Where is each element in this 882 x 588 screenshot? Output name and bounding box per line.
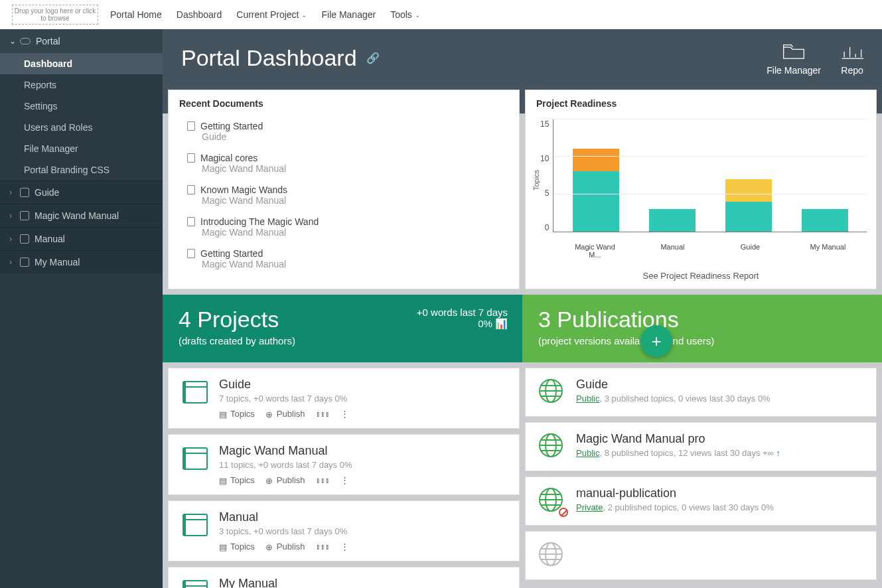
project-item[interactable]: Guide7 topics, +0 words last 7 days 0%▤T… — [168, 368, 520, 429]
publication-sub: Public, 3 published topics, 0 views last… — [576, 394, 864, 404]
publication-sub: Private, 2 published topics, 0 views las… — [576, 502, 864, 512]
project-icon — [181, 577, 210, 588]
project-item[interactable]: Manual3 topics, +0 words last 7 days 0%▤… — [168, 500, 520, 561]
recent-doc[interactable]: Getting StartedMagic Wand Manual — [169, 244, 519, 276]
publish-button[interactable]: ⊕Publish — [265, 542, 305, 551]
link-icon[interactable]: 🔗 — [366, 52, 380, 64]
list-icon: ▤ — [219, 409, 228, 418]
project-item[interactable]: Magic Wand Manual11 topics, +0 words las… — [168, 434, 520, 495]
trend-up-icon: ↑ — [776, 448, 781, 458]
globe-icon — [538, 378, 567, 407]
sidebar-item-dashboard[interactable]: Dashboard — [0, 53, 163, 74]
recent-doc[interactable]: Magical coresMagic Wand Manual — [169, 149, 519, 181]
svg-rect-0 — [183, 382, 207, 403]
projects-sub: (drafts created by authors) — [179, 335, 506, 346]
project-item[interactable]: My Manual — [168, 567, 520, 588]
more-button[interactable]: ⋮ — [340, 542, 349, 551]
bar-chart-icon[interactable]: 📊 — [495, 318, 508, 329]
chevron-right-icon: › — [9, 257, 15, 267]
topnav-dashboard[interactable]: Dashboard — [177, 9, 222, 20]
stats-button[interactable]: ⫾⫾⫾ — [316, 409, 330, 419]
readiness-chart — [553, 119, 867, 232]
topics-button[interactable]: ▤Topics — [219, 409, 255, 419]
bar — [802, 209, 848, 232]
visibility-link[interactable]: Private — [576, 502, 603, 512]
publication-title: Guide — [576, 378, 864, 392]
bar — [573, 149, 619, 232]
sidebar-project-my-manual[interactable]: ›My Manual — [0, 250, 163, 273]
projects-column: Guide7 topics, +0 words last 7 days 0%▤T… — [168, 368, 520, 588]
project-title: My Manual — [219, 577, 507, 588]
recent-doc-title: Introducing The Magic Wand — [200, 216, 319, 227]
sidebar-item-portal-branding-css[interactable]: Portal Branding CSS — [0, 159, 163, 181]
sidebar-item-users-and-roles[interactable]: Users and Roles — [0, 117, 163, 138]
sidebar-group-portal[interactable]: ⌄ Portal — [0, 29, 163, 53]
visibility-link[interactable]: Public — [576, 448, 599, 458]
publication-item[interactable]: manual-publicationPrivate, 2 published t… — [525, 477, 877, 526]
list-icon: ▤ — [219, 542, 228, 551]
xlabel: Guide — [724, 243, 777, 259]
bar-chart-icon: ⫾⫾⫾ — [316, 542, 330, 551]
more-button[interactable]: ⋮ — [340, 409, 349, 419]
svg-rect-5 — [183, 448, 186, 469]
page-title-text: Portal Dashboard — [181, 45, 357, 71]
recent-doc[interactable]: Known Magic WandsMagic Wand Manual — [169, 181, 519, 212]
globe-icon — [538, 486, 567, 516]
projects-summary: 4 Projects (drafts created by authors) +… — [163, 295, 522, 362]
more-button[interactable]: ⋮ — [340, 475, 349, 485]
visibility-link[interactable]: Public — [576, 394, 599, 404]
file-icon — [187, 249, 195, 258]
file-manager-button[interactable]: File Manager — [767, 41, 821, 76]
project-title: Guide — [219, 378, 507, 392]
xlabel: My Manual — [802, 243, 855, 259]
recent-documents-card: Recent Documents Getting StartedGuideMag… — [168, 90, 520, 289]
projects-meta: +0 words last 7 days 0% 📊 — [417, 307, 508, 330]
bar — [725, 179, 772, 232]
sidebar-project-guide[interactable]: ›Guide — [0, 181, 163, 204]
bar-chart-icon: ⫾⫾⫾ — [316, 475, 330, 485]
topics-button[interactable]: ▤Topics — [219, 475, 255, 485]
sidebar-project-manual[interactable]: ›Manual — [0, 227, 163, 250]
reports-label: Repo — [841, 65, 863, 76]
recent-doc-sub: Magic Wand Manual — [202, 259, 508, 269]
topnav-tools[interactable]: Tools⌄ — [390, 9, 420, 20]
stats-button[interactable]: ⫾⫾⫾ — [316, 542, 330, 551]
publication-item[interactable]: GuidePublic, 3 published topics, 0 views… — [525, 368, 877, 417]
ytick: 10 — [540, 154, 549, 163]
project-title: Magic Wand Manual — [219, 444, 507, 458]
logo-dropzone[interactable]: Drop your logo here or click to browse — [12, 5, 98, 25]
book-icon — [20, 257, 29, 267]
svg-rect-6 — [183, 514, 207, 536]
recent-documents-head: Recent Documents — [169, 90, 519, 117]
recent-doc[interactable]: Introducing The Magic WandMagic Wand Man… — [169, 212, 519, 244]
topnav-portal-home[interactable]: Portal Home — [110, 9, 162, 20]
sidebar-item-file-manager[interactable]: File Manager — [0, 138, 163, 159]
sidebar-item-reports[interactable]: Reports — [0, 74, 163, 96]
header-actions: File Manager Repo — [767, 41, 863, 76]
publication-item[interactable] — [525, 531, 877, 580]
add-project-button[interactable]: + — [640, 325, 672, 357]
readiness-report-link[interactable]: See Project Readiness Report — [526, 259, 876, 281]
publication-item[interactable]: Magic Wand Manual proPublic, 8 published… — [525, 422, 877, 471]
bar-chart-icon: ⫾⫾⫾ — [316, 409, 330, 419]
sidebar-project-magic-wand-manual[interactable]: ›Magic Wand Manual — [0, 204, 163, 227]
book-icon — [20, 211, 29, 220]
recent-doc-title: Magical cores — [200, 153, 257, 163]
cloud-icon — [20, 38, 31, 44]
reports-button[interactable]: Repo — [841, 41, 863, 76]
recent-doc-sub: Magic Wand Manual — [202, 227, 508, 238]
publish-button[interactable]: ⊕Publish — [265, 409, 305, 419]
sidebar-item-settings[interactable]: Settings — [0, 96, 163, 117]
publications-summary: 3 Publications (project versions availab… — [522, 295, 882, 362]
topics-button[interactable]: ▤Topics — [219, 542, 255, 551]
recent-doc[interactable]: Getting StartedGuide — [169, 117, 519, 149]
ytick: 0 — [540, 223, 549, 232]
stats-button[interactable]: ⫾⫾⫾ — [316, 475, 330, 485]
project-icon — [181, 378, 210, 407]
publish-button[interactable]: ⊕Publish — [265, 475, 305, 485]
sidebar-project-label: My Manual — [35, 257, 80, 267]
publication-title: Magic Wand Manual pro — [576, 432, 864, 446]
topnav-current-project[interactable]: Current Project⌄ — [236, 9, 307, 20]
chevron-down-icon: ⌄ — [415, 11, 420, 19]
topnav-file-manager[interactable]: File Manager — [321, 9, 376, 20]
